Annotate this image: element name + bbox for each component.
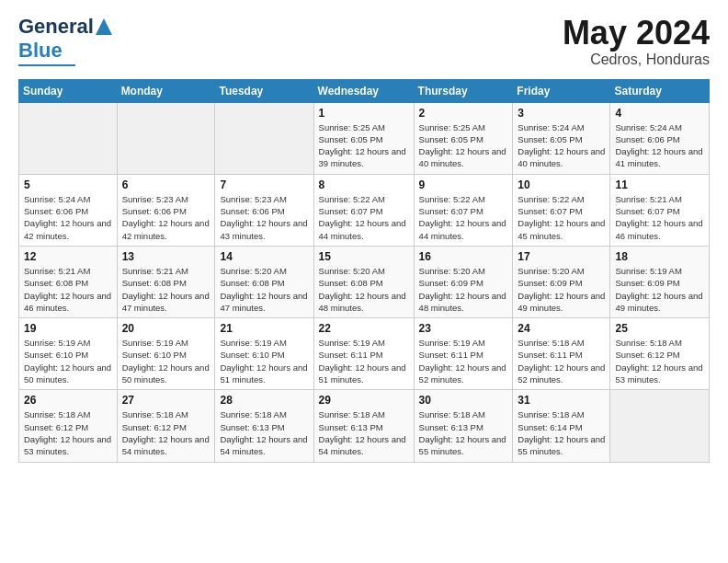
day-number: 30 xyxy=(419,394,508,407)
day-number: 29 xyxy=(319,394,409,407)
day-number: 24 xyxy=(518,322,605,335)
calendar-cell: 29Sunrise: 5:18 AM Sunset: 6:13 PM Dayli… xyxy=(313,390,414,462)
calendar-cell: 27Sunrise: 5:18 AM Sunset: 6:12 PM Dayli… xyxy=(117,390,215,462)
calendar-cell xyxy=(215,102,313,174)
day-number: 12 xyxy=(24,250,112,263)
header-saturday: Saturday xyxy=(610,79,710,102)
calendar-cell xyxy=(19,102,118,174)
calendar-cell: 1Sunrise: 5:25 AM Sunset: 6:05 PM Daylig… xyxy=(313,102,414,174)
day-number: 27 xyxy=(122,394,210,407)
day-number: 7 xyxy=(220,178,308,191)
day-info: Sunrise: 5:22 AM Sunset: 6:07 PM Dayligh… xyxy=(319,193,409,242)
calendar-cell: 18Sunrise: 5:19 AM Sunset: 6:09 PM Dayli… xyxy=(610,246,710,317)
day-info: Sunrise: 5:22 AM Sunset: 6:07 PM Dayligh… xyxy=(419,193,508,242)
day-number: 25 xyxy=(615,322,704,335)
day-info: Sunrise: 5:25 AM Sunset: 6:05 PM Dayligh… xyxy=(319,121,409,170)
day-info: Sunrise: 5:18 AM Sunset: 6:14 PM Dayligh… xyxy=(518,408,605,457)
calendar-cell: 6Sunrise: 5:23 AM Sunset: 6:06 PM Daylig… xyxy=(117,174,215,246)
day-number: 17 xyxy=(518,250,605,263)
calendar-cell: 12Sunrise: 5:21 AM Sunset: 6:08 PM Dayli… xyxy=(19,246,118,317)
calendar-cell: 9Sunrise: 5:22 AM Sunset: 6:07 PM Daylig… xyxy=(414,174,513,246)
calendar-cell: 30Sunrise: 5:18 AM Sunset: 6:13 PM Dayli… xyxy=(414,390,513,462)
calendar-cell: 31Sunrise: 5:18 AM Sunset: 6:14 PM Dayli… xyxy=(513,390,610,462)
header-sunday: Sunday xyxy=(19,79,118,102)
calendar-header-row: Sunday Monday Tuesday Wednesday Thursday… xyxy=(19,79,710,102)
calendar-cell: 15Sunrise: 5:20 AM Sunset: 6:08 PM Dayli… xyxy=(313,246,414,317)
day-info: Sunrise: 5:21 AM Sunset: 6:08 PM Dayligh… xyxy=(24,265,112,314)
calendar-cell: 20Sunrise: 5:19 AM Sunset: 6:10 PM Dayli… xyxy=(117,318,215,390)
calendar-cell: 21Sunrise: 5:19 AM Sunset: 6:10 PM Dayli… xyxy=(215,318,313,390)
header-monday: Monday xyxy=(117,79,215,102)
day-number: 20 xyxy=(122,322,210,335)
day-number: 3 xyxy=(518,107,605,120)
page: General Blue May 2024 Cedros, Honduras S… xyxy=(0,0,728,563)
calendar-cell: 16Sunrise: 5:20 AM Sunset: 6:09 PM Dayli… xyxy=(414,246,513,317)
header-wednesday: Wednesday xyxy=(313,79,414,102)
calendar-cell: 3Sunrise: 5:24 AM Sunset: 6:05 PM Daylig… xyxy=(513,102,610,174)
day-number: 5 xyxy=(24,178,112,191)
logo-general: General xyxy=(18,15,94,39)
day-number: 28 xyxy=(220,394,308,407)
calendar-cell xyxy=(117,102,215,174)
calendar-cell: 28Sunrise: 5:18 AM Sunset: 6:13 PM Dayli… xyxy=(215,390,313,462)
day-number: 21 xyxy=(220,322,308,335)
day-info: Sunrise: 5:24 AM Sunset: 6:06 PM Dayligh… xyxy=(24,193,112,242)
day-number: 9 xyxy=(419,178,508,191)
logo: General Blue xyxy=(18,15,112,66)
calendar-cell: 10Sunrise: 5:22 AM Sunset: 6:07 PM Dayli… xyxy=(513,174,610,246)
day-info: Sunrise: 5:21 AM Sunset: 6:07 PM Dayligh… xyxy=(615,193,704,242)
calendar-week-row: 19Sunrise: 5:19 AM Sunset: 6:10 PM Dayli… xyxy=(19,318,710,390)
svg-marker-0 xyxy=(96,18,112,35)
day-info: Sunrise: 5:20 AM Sunset: 6:09 PM Dayligh… xyxy=(518,265,605,314)
calendar-week-row: 26Sunrise: 5:18 AM Sunset: 6:12 PM Dayli… xyxy=(19,390,710,462)
day-info: Sunrise: 5:18 AM Sunset: 6:11 PM Dayligh… xyxy=(518,337,605,385)
day-number: 1 xyxy=(319,107,409,120)
calendar-cell: 26Sunrise: 5:18 AM Sunset: 6:12 PM Dayli… xyxy=(19,390,118,462)
day-number: 15 xyxy=(319,250,409,263)
calendar-week-row: 1Sunrise: 5:25 AM Sunset: 6:05 PM Daylig… xyxy=(19,102,710,174)
day-number: 11 xyxy=(615,178,704,191)
day-info: Sunrise: 5:23 AM Sunset: 6:06 PM Dayligh… xyxy=(220,193,308,242)
day-number: 2 xyxy=(419,107,508,120)
calendar-cell: 11Sunrise: 5:21 AM Sunset: 6:07 PM Dayli… xyxy=(610,174,710,246)
calendar-week-row: 12Sunrise: 5:21 AM Sunset: 6:08 PM Dayli… xyxy=(19,246,710,317)
header-friday: Friday xyxy=(513,79,610,102)
day-info: Sunrise: 5:20 AM Sunset: 6:08 PM Dayligh… xyxy=(220,265,308,314)
header-thursday: Thursday xyxy=(414,79,513,102)
calendar-cell: 24Sunrise: 5:18 AM Sunset: 6:11 PM Dayli… xyxy=(513,318,610,390)
day-info: Sunrise: 5:18 AM Sunset: 6:12 PM Dayligh… xyxy=(122,408,210,457)
day-info: Sunrise: 5:18 AM Sunset: 6:13 PM Dayligh… xyxy=(220,408,308,457)
calendar-cell: 17Sunrise: 5:20 AM Sunset: 6:09 PM Dayli… xyxy=(513,246,610,317)
calendar-cell: 22Sunrise: 5:19 AM Sunset: 6:11 PM Dayli… xyxy=(313,318,414,390)
day-number: 23 xyxy=(419,322,508,335)
day-number: 18 xyxy=(615,250,704,263)
day-number: 6 xyxy=(122,178,210,191)
calendar-cell: 5Sunrise: 5:24 AM Sunset: 6:06 PM Daylig… xyxy=(19,174,118,246)
calendar-cell: 2Sunrise: 5:25 AM Sunset: 6:05 PM Daylig… xyxy=(414,102,513,174)
month-year: May 2024 xyxy=(563,15,710,52)
calendar-cell: 25Sunrise: 5:18 AM Sunset: 6:12 PM Dayli… xyxy=(610,318,710,390)
day-info: Sunrise: 5:18 AM Sunset: 6:12 PM Dayligh… xyxy=(24,408,112,457)
calendar-week-row: 5Sunrise: 5:24 AM Sunset: 6:06 PM Daylig… xyxy=(19,174,710,246)
calendar-cell: 8Sunrise: 5:22 AM Sunset: 6:07 PM Daylig… xyxy=(313,174,414,246)
calendar-cell xyxy=(610,390,710,462)
logo-underline xyxy=(18,64,75,66)
day-info: Sunrise: 5:19 AM Sunset: 6:10 PM Dayligh… xyxy=(24,337,112,385)
day-number: 4 xyxy=(615,107,704,120)
day-info: Sunrise: 5:18 AM Sunset: 6:13 PM Dayligh… xyxy=(419,408,508,457)
calendar-cell: 7Sunrise: 5:23 AM Sunset: 6:06 PM Daylig… xyxy=(215,174,313,246)
day-info: Sunrise: 5:19 AM Sunset: 6:11 PM Dayligh… xyxy=(319,337,409,385)
day-number: 8 xyxy=(319,178,409,191)
day-number: 19 xyxy=(24,322,112,335)
calendar-cell: 19Sunrise: 5:19 AM Sunset: 6:10 PM Dayli… xyxy=(19,318,118,390)
logo-triangle-icon xyxy=(96,18,112,35)
day-info: Sunrise: 5:20 AM Sunset: 6:08 PM Dayligh… xyxy=(319,265,409,314)
day-info: Sunrise: 5:22 AM Sunset: 6:07 PM Dayligh… xyxy=(518,193,605,242)
day-number: 22 xyxy=(319,322,409,335)
day-number: 10 xyxy=(518,178,605,191)
logo-blue: Blue xyxy=(18,39,63,63)
day-info: Sunrise: 5:19 AM Sunset: 6:09 PM Dayligh… xyxy=(615,265,704,314)
header: General Blue May 2024 Cedros, Honduras xyxy=(18,15,710,68)
calendar-cell: 13Sunrise: 5:21 AM Sunset: 6:08 PM Dayli… xyxy=(117,246,215,317)
day-info: Sunrise: 5:24 AM Sunset: 6:06 PM Dayligh… xyxy=(615,121,704,170)
